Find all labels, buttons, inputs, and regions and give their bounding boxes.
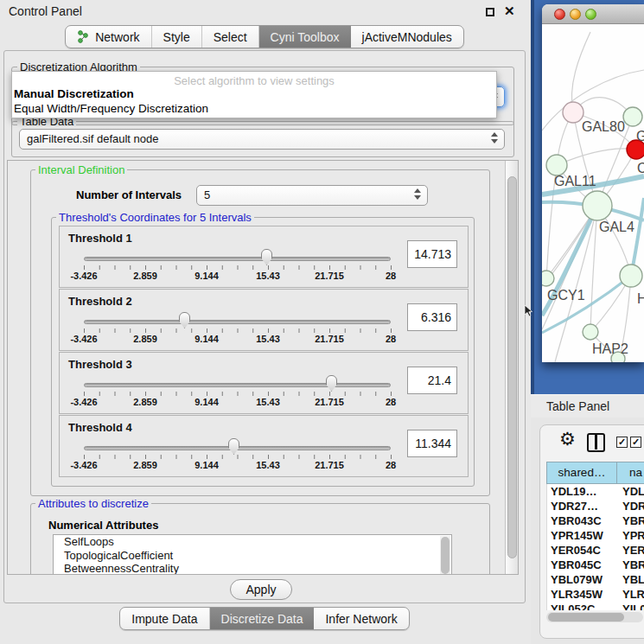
tab-infer-network[interactable]: Infer Network: [314, 608, 408, 629]
network-view-window: GAL80 GA GAL11 C GAL4 GCY1 H HAP2: [542, 4, 644, 362]
cell[interactable]: YPR1: [618, 528, 644, 543]
cell[interactable]: YDL19…: [547, 484, 618, 499]
cell[interactable]: YBR0: [618, 558, 644, 572]
threshold-3-slider-thumb[interactable]: [326, 375, 337, 392]
float-window-icon[interactable]: [486, 8, 494, 16]
node-gal4[interactable]: [583, 191, 612, 220]
node-gcy1[interactable]: [542, 271, 554, 286]
threshold-3-slider-track[interactable]: [84, 383, 391, 387]
threshold-2-value-field[interactable]: 6.316: [407, 303, 457, 331]
num-intervals-label: Number of Intervals: [73, 188, 184, 201]
tab-impute-data[interactable]: Impute Data: [120, 608, 209, 629]
table-horizontal-scrollbar[interactable]: [546, 612, 643, 622]
table-scroll-thumb[interactable]: [548, 613, 624, 622]
combo-stepper-icon[interactable]: [413, 188, 421, 200]
cell[interactable]: YIL0: [618, 602, 644, 610]
tab-style[interactable]: Style: [152, 26, 202, 48]
node-hap2[interactable]: [583, 324, 598, 340]
threshold-2-panel: Threshold 2 -3.426 2.859 9.144 15.43 21.…: [59, 289, 469, 351]
minimize-traffic-icon[interactable]: [570, 9, 581, 20]
cell[interactable]: YER0: [618, 543, 644, 558]
attribute-item-selfloops[interactable]: SelfLoops: [54, 535, 451, 549]
tab-discretize-data[interactable]: Discretize Data: [210, 608, 315, 629]
attribute-item-topologicalcoefficient[interactable]: TopologicalCoefficient: [54, 549, 451, 563]
attributes-list-scrollbar[interactable]: [440, 536, 450, 575]
table-row[interactable]: YBR043CYBR0: [547, 513, 644, 528]
table-row[interactable]: YLR345WYLR3: [547, 587, 644, 602]
table-row[interactable]: YDL19…YDL1: [547, 484, 644, 499]
table-row[interactable]: YBR045CYBR0: [547, 558, 644, 572]
network-canvas[interactable]: GAL80 GA GAL11 C GAL4 GCY1 H HAP2: [542, 25, 644, 362]
threshold-2-slider-track[interactable]: [84, 320, 391, 324]
cell[interactable]: YLR345W: [547, 587, 618, 602]
threshold-3-label: Threshold 3: [68, 358, 132, 371]
network-icon: [77, 30, 89, 43]
cell[interactable]: YIL052C: [547, 602, 618, 610]
table-row[interactable]: YIL052CYIL0: [547, 602, 644, 610]
threshold-1-slider-thumb[interactable]: [261, 249, 272, 265]
node-top-right[interactable]: [623, 107, 642, 126]
threshold-3-value-field[interactable]: 21.4: [407, 367, 457, 394]
tab-select[interactable]: Select: [202, 26, 259, 48]
apply-button[interactable]: Apply: [230, 579, 292, 600]
cell[interactable]: YBL079W: [547, 572, 618, 587]
node-label-gcy1: GCY1: [547, 288, 585, 303]
numerical-attributes-header: Numerical Attributes: [46, 519, 161, 532]
table-row[interactable]: YER054CYER0: [547, 543, 644, 558]
num-intervals-combobox[interactable]: 5: [196, 185, 428, 206]
close-traffic-icon[interactable]: [554, 9, 565, 20]
cell[interactable]: YDR2: [618, 499, 644, 513]
settings-scroll-thumb[interactable]: [507, 176, 517, 558]
top-tabbar: Network Style Select Cyni Toolbox jActiv…: [0, 25, 529, 48]
settings-vertical-scrollbar[interactable]: [505, 161, 518, 574]
node-right-h[interactable]: [620, 265, 642, 287]
table-row[interactable]: YBL079WYBL0: [547, 572, 644, 587]
cell[interactable]: YBR043C: [547, 513, 618, 528]
checkbox-icon[interactable]: ✓: [630, 437, 641, 448]
columns-icon[interactable]: [587, 433, 605, 452]
tick-label: -3.426: [70, 271, 97, 281]
threshold-1-value-field[interactable]: 14.713: [407, 240, 457, 268]
node-label-hap2: HAP2: [592, 341, 628, 357]
table-row[interactable]: YDR27…YDR2: [547, 499, 644, 513]
tick-label: 21.715: [315, 334, 344, 344]
node-gal80[interactable]: [563, 102, 583, 123]
cell[interactable]: YPR145W: [547, 528, 618, 543]
tab-network[interactable]: Network: [66, 26, 151, 48]
cell[interactable]: YLR3: [618, 587, 644, 602]
cell[interactable]: YDR27…: [547, 499, 618, 513]
dropdown-option-equal-width[interactable]: Equal Width/Frequency Discretization: [12, 102, 496, 117]
attributes-list-scroll-thumb[interactable]: [441, 537, 450, 574]
tab-cyni-toolbox-label: Cyni Toolbox: [271, 30, 340, 44]
network-window-titlebar[interactable]: [542, 4, 644, 24]
cell[interactable]: YBR045C: [547, 558, 618, 572]
cell[interactable]: YDL1: [618, 484, 644, 499]
column-header-name[interactable]: na: [616, 462, 644, 484]
tab-jactivemnodules[interactable]: jActiveMNodules: [351, 26, 463, 48]
gear-icon[interactable]: ⚙: [559, 429, 576, 450]
cell[interactable]: YBR0: [618, 513, 644, 528]
dropdown-option-manual[interactable]: Manual Discretization: [12, 87, 496, 102]
cell[interactable]: YBL0: [618, 572, 644, 587]
tab-cyni-toolbox[interactable]: Cyni Toolbox: [259, 26, 351, 48]
threshold-2-slider-thumb[interactable]: [179, 312, 190, 328]
zoom-traffic-icon[interactable]: [585, 9, 596, 20]
attribute-item-betweennesscentrality[interactable]: BetweennessCentrality: [54, 562, 451, 575]
tick-label: 9.144: [194, 334, 219, 344]
checkbox-icon[interactable]: ✓: [616, 437, 628, 448]
table-data-combobox[interactable]: galFiltered.sif default node: [19, 129, 505, 150]
combo-stepper-icon[interactable]: [490, 132, 498, 143]
column-header-shared-name[interactable]: shared…: [546, 462, 617, 484]
threshold-4-value-field[interactable]: 11.344: [407, 430, 457, 457]
threshold-4-slider-thumb[interactable]: [228, 438, 239, 455]
table-row[interactable]: YPR145WYPR1: [547, 528, 644, 543]
node-gal11[interactable]: [546, 155, 567, 175]
node-label-h: H: [637, 291, 644, 307]
bottom-tabgroup: Impute Data Discretize Data Infer Networ…: [119, 607, 409, 630]
cell[interactable]: YER054C: [547, 543, 618, 558]
dropdown-hint: Select algorithm to view settings: [12, 72, 496, 87]
close-icon[interactable]: ✕: [504, 3, 515, 19]
threshold-1-ticks: [84, 265, 392, 270]
threshold-3-tick-labels: -3.426 2.859 9.144 15.43 21.715 28: [84, 397, 391, 408]
threshold-1-slider-track[interactable]: [84, 257, 391, 261]
